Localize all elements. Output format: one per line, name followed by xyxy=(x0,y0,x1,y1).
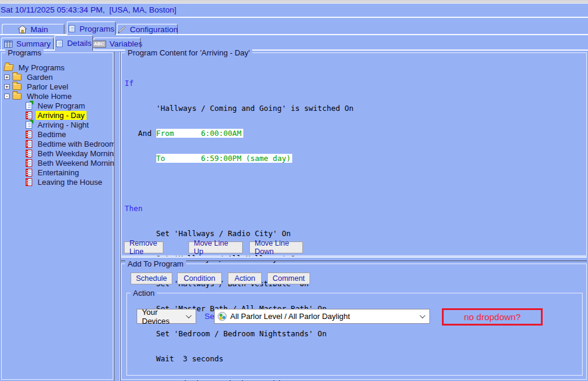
primary-tab-bar: Main Programs Configuration xyxy=(0,23,588,35)
panel-splitter-horizontal[interactable] xyxy=(121,256,587,261)
tree-item-beth-weekday-morning[interactable]: Beth Weekday Morning xyxy=(4,148,112,158)
tab-programs[interactable]: Programs xyxy=(67,21,116,35)
tab-label: Configuration xyxy=(130,25,178,34)
program-red-icon xyxy=(26,169,32,176)
program-red-icon xyxy=(26,159,32,167)
schedule-button[interactable]: Schedule xyxy=(131,272,172,284)
program-red-icon xyxy=(26,150,32,157)
program-new-icon xyxy=(26,121,32,129)
tree-item-arriving-day[interactable]: Arriving - Day xyxy=(4,110,112,120)
abc-icon: ABC xyxy=(92,41,106,48)
home-icon xyxy=(18,25,27,33)
programs-tree-panel: Programs My Programs + Garden + Parlor L… xyxy=(1,52,113,380)
tab-summary[interactable]: Summary xyxy=(1,38,54,49)
tab-main[interactable]: Main xyxy=(2,24,64,34)
panel-legend: Programs xyxy=(5,48,44,57)
datetime-status: Sat 10/11/2025 05:43:34 PM, [USA, MA, Bo… xyxy=(0,4,588,18)
tree-item-new-program[interactable]: New Program xyxy=(4,101,112,110)
chevron-down-icon xyxy=(420,312,426,318)
chevron-down-icon xyxy=(186,312,192,318)
program-red-icon xyxy=(26,111,32,119)
folder-icon xyxy=(13,93,21,100)
tree-item-entertaining[interactable]: Entertaining xyxy=(4,168,112,177)
tree-item-my-programs[interactable]: My Programs xyxy=(4,63,112,72)
annotation-no-dropdown: no dropdown? xyxy=(442,308,543,326)
program-line[interactable]: To 6:59:00PM (same day) xyxy=(122,154,586,163)
tab-details[interactable]: Details xyxy=(54,35,93,51)
program-line[interactable]: If xyxy=(122,79,586,88)
program-line[interactable]: 'Hallways / Coming and Going' is switche… xyxy=(122,104,586,113)
remove-line-button[interactable]: Remove Line xyxy=(124,241,163,253)
folder-open-icon xyxy=(4,64,14,71)
program-line[interactable]: Then xyxy=(122,205,586,213)
program-content-panel: Program Content for 'Arriving - Day' If … xyxy=(121,52,587,256)
add-to-program-panel: Add To Program Schedule Condition Action… xyxy=(121,264,587,380)
program-line-blank xyxy=(122,179,586,188)
table-icon xyxy=(4,41,13,48)
tree-item-arriving-night[interactable]: Arriving - Night xyxy=(4,120,112,129)
program-red-icon xyxy=(26,178,32,186)
tree-item-bedtime-with-bedroom[interactable]: Bedtime with Bedroom xyxy=(4,139,112,148)
comment-button[interactable]: Comment xyxy=(267,272,310,284)
tree-item-garden[interactable]: + Garden xyxy=(4,72,112,82)
folder-icon xyxy=(13,83,21,90)
tab-configuration[interactable]: Configuration xyxy=(117,24,178,34)
program-line[interactable]: Set 'Hallways / Radio City' On xyxy=(122,230,586,238)
condition-button[interactable]: Condition xyxy=(177,272,222,284)
secondary-tab-bar: Summary Details ABC Variables xyxy=(0,36,588,51)
program-line[interactable]: And From 6:00:00AM xyxy=(122,129,586,138)
tab-label: Programs xyxy=(79,24,114,33)
tab-label: Details xyxy=(67,39,91,48)
expand-plus-icon[interactable]: + xyxy=(4,75,10,80)
tab-label: Summary xyxy=(16,39,51,48)
move-line-down-button[interactable]: Move Line Down xyxy=(249,241,303,253)
collapse-minus-icon[interactable]: - xyxy=(4,94,10,99)
action-detail-panel: Action Your Devices Set All Parlor Level… xyxy=(126,293,583,376)
tree-item-bedtime[interactable]: Bedtime xyxy=(4,129,112,139)
panel-legend: Action xyxy=(131,289,157,298)
panel-legend: Add To Program xyxy=(125,259,186,268)
device-group-icon xyxy=(218,312,227,321)
device-select[interactable]: All Parlor Level / All Parlor Daylight xyxy=(214,309,430,324)
tab-label: Variables xyxy=(110,39,143,48)
tree-item-whole-home[interactable]: - Whole Home xyxy=(4,91,112,101)
notes-icon xyxy=(55,39,63,48)
action-button[interactable]: Action xyxy=(228,272,262,284)
folder-icon xyxy=(13,74,21,80)
notes-icon xyxy=(68,24,76,33)
tab-label: Main xyxy=(30,25,48,34)
app-window: Sat 10/11/2025 05:43:34 PM, [USA, MA, Bo… xyxy=(0,0,588,381)
programs-tree: My Programs + Garden + Parlor Level - Wh… xyxy=(4,63,112,187)
tree-item-beth-weekend-morning[interactable]: Beth Weekend Morning xyxy=(4,158,112,168)
tree-item-parlor-level[interactable]: + Parlor Level xyxy=(4,82,112,91)
expand-plus-icon[interactable]: + xyxy=(4,84,10,89)
tree-item-leaving-the-house[interactable]: Leaving the House xyxy=(4,177,112,187)
tab-variables[interactable]: ABC Variables xyxy=(94,38,141,49)
program-new-icon xyxy=(26,102,32,110)
program-red-icon xyxy=(26,131,32,138)
device-source-select[interactable]: Your Devices xyxy=(137,309,196,324)
panel-splitter-vertical[interactable] xyxy=(114,52,120,381)
panel-legend: Program Content for 'Arriving - Day' xyxy=(125,48,252,57)
move-line-up-button[interactable]: Move Line Up xyxy=(188,241,243,253)
program-red-icon xyxy=(26,140,32,148)
tools-icon xyxy=(117,26,126,33)
